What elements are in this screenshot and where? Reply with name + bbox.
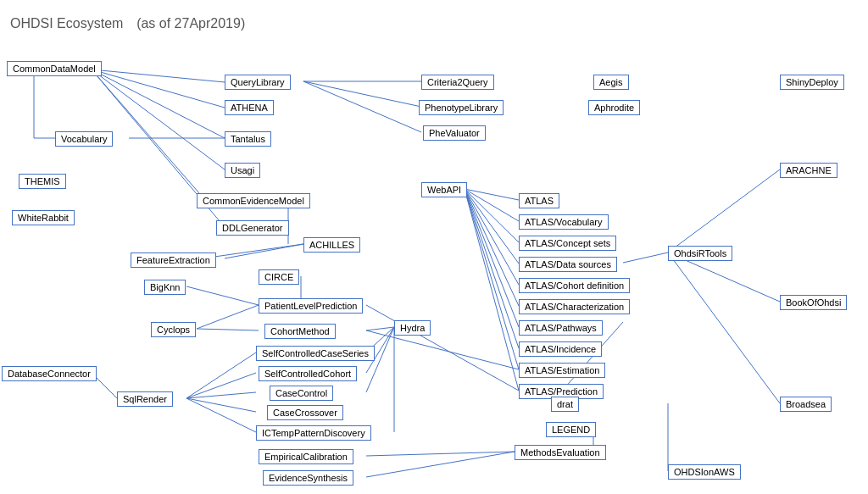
svg-line-12 (465, 189, 519, 264)
node-aegis: Aegis (593, 75, 629, 90)
node-ohdsirtools: OhdsiRTools (668, 246, 732, 261)
node-athena: ATHENA (225, 100, 274, 115)
svg-line-40 (366, 327, 394, 330)
subtitle-text: (as of 27Apr2019) (136, 16, 245, 31)
node-broadsea: Broadsea (780, 397, 832, 412)
node-cyclops: Cyclops (151, 322, 196, 337)
node-methodsevaluation: MethodsEvaluation (515, 445, 606, 460)
node-selfcontrolledcohort: SelfControlledCohort (259, 366, 357, 381)
svg-line-35 (186, 398, 256, 432)
node-shinydeploy: ShinyDeploy (780, 75, 844, 90)
node-casecontrol: CaseControl (270, 386, 333, 401)
node-atlas_pathways: ATLAS/Pathways (519, 320, 603, 336)
node-tantalus: Tantalus (225, 131, 271, 147)
svg-line-13 (465, 189, 519, 285)
node-hydra: Hydra (394, 320, 431, 336)
node-atlas_incidence: ATLAS/Incidence (519, 341, 602, 357)
svg-line-46 (366, 452, 515, 456)
node-legend: LEGEND (546, 422, 596, 437)
svg-line-36 (197, 305, 259, 329)
node-phevaluator: PheValuator (423, 125, 486, 141)
svg-line-9 (465, 189, 519, 200)
svg-line-34 (186, 398, 256, 412)
node-evidencesynthesis: EvidenceSynthesis (263, 470, 353, 486)
node-webapi: WebAPI (421, 182, 467, 197)
node-ictemppatterndiscovery: ICTempPatternDiscovery (256, 425, 371, 441)
node-atlas_cohortdefinition: ATLAS/Cohort definition (519, 278, 630, 293)
svg-line-23 (623, 253, 668, 263)
svg-line-31 (186, 352, 256, 398)
svg-line-17 (465, 189, 519, 369)
node-atlas_vocabulary: ATLAS/Vocabulary (519, 214, 609, 230)
node-aphrodite: Aphrodite (588, 100, 640, 115)
node-atlas: ATLAS (519, 193, 559, 208)
node-themis: THEMIS (19, 174, 66, 189)
title-text: OHDSI Ecosystem (10, 16, 123, 31)
node-patientlevelprediction: PatientLevelPrediction (259, 298, 363, 314)
node-empiricalcalibration: EmpiricalCalibration (259, 449, 353, 464)
node-vocabulary: Vocabulary (55, 131, 113, 147)
svg-line-10 (465, 189, 519, 221)
node-atlas_conceptsets: ATLAS/Concept sets (519, 236, 616, 251)
node-criteria2query: Criteria2Query (421, 75, 494, 90)
page-title: OHDSI Ecosystem (as of 27Apr2019) (10, 7, 245, 34)
svg-line-14 (465, 189, 519, 306)
node-phenotypelibrary: PhenotypeLibrary (419, 100, 504, 115)
node-featureextraction: FeatureExtraction (131, 253, 216, 268)
svg-line-24 (668, 169, 780, 253)
node-bigknn: BigKnn (144, 280, 186, 295)
svg-line-11 (465, 189, 519, 242)
node-circe: CIRCE (259, 269, 299, 285)
svg-line-0 (92, 69, 225, 82)
svg-line-47 (366, 452, 515, 477)
svg-line-50 (303, 81, 421, 132)
svg-line-33 (186, 392, 256, 398)
node-cohortmethod: CohortMethod (264, 324, 336, 339)
svg-line-1 (92, 69, 225, 108)
svg-line-37 (197, 329, 259, 330)
svg-line-20 (225, 244, 303, 258)
svg-line-26 (668, 253, 780, 403)
svg-line-15 (465, 189, 519, 327)
svg-line-16 (465, 189, 519, 348)
svg-line-49 (303, 81, 421, 107)
node-atlas_estimation: ATLAS/Estimation (519, 363, 605, 378)
node-achilles: ACHILLES (303, 237, 360, 253)
node-databaseconnector: DatabaseConnector (2, 366, 97, 381)
node-arachne: ARACHNE (780, 163, 837, 178)
node-querylibrary: QueryLibrary (225, 75, 291, 90)
svg-line-38 (186, 286, 259, 305)
node-commonevidencemodel: CommonEvidenceModel (197, 193, 310, 208)
svg-line-44 (366, 330, 519, 369)
node-atlas_datasources: ATLAS/Data sources (519, 257, 617, 272)
svg-line-45 (366, 305, 519, 391)
node-ddlgenerator: DDLGenerator (216, 220, 289, 236)
node-bookofohdsi: BookOfOhdsi (780, 295, 847, 310)
node-casecrossover: CaseCrossover (267, 405, 343, 420)
node-whiterabbit: WhiteRabbit (12, 210, 75, 225)
node-commondatamodel: CommonDataModel (7, 61, 102, 76)
node-drat: drat (551, 397, 579, 412)
svg-line-2 (92, 69, 225, 138)
node-selfcontrolledcaseseries: SelfControlledCaseSeries (256, 346, 375, 361)
svg-line-3 (92, 69, 225, 169)
node-sqlrender: SqlRender (117, 391, 173, 407)
node-usagi: Usagi (225, 163, 260, 178)
svg-line-18 (465, 189, 519, 391)
svg-line-32 (186, 373, 256, 398)
node-ohdsionaws: OHDSIonAWS (668, 464, 741, 480)
node-atlas_characterization: ATLAS/Characterization (519, 299, 630, 314)
